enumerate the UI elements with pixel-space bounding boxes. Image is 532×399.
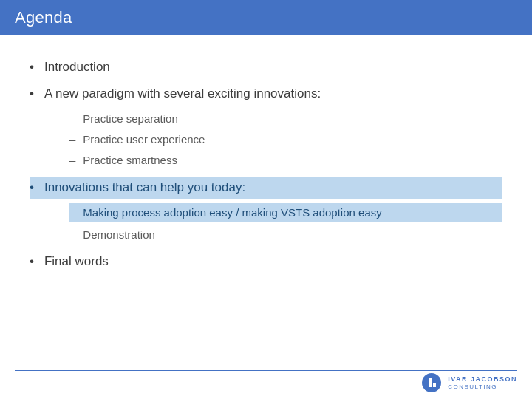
bullet-introduction: • Introduction — [30, 58, 502, 77]
sub-items-paradigm: – Practice separation – Practice user ex… — [69, 110, 502, 169]
sub-items-innovations: – Making process adoption easy / making … — [69, 203, 502, 245]
bullet-text-innovations: Innovations that can help you today: — [44, 178, 245, 197]
sub-item-demonstration: – Demonstration — [69, 225, 502, 245]
bullet-final-words: • Final words — [30, 252, 502, 271]
bullet-dot-4: • — [30, 252, 34, 271]
bullet-dot-1: • — [30, 58, 34, 77]
logo-icon — [421, 372, 442, 393]
slide-content: • Introduction • A new paradigm with sev… — [0, 35, 532, 293]
sub-text-practice-smartness: Practice smartness — [83, 151, 177, 169]
bullet-text-introduction: Introduction — [44, 58, 110, 77]
bottom-bar — [15, 370, 517, 371]
sub-item-practice-user-experience: – Practice user experience — [69, 131, 502, 149]
slide-header: Agenda — [0, 0, 532, 35]
sub-item-making-process: – Making process adoption easy / making … — [69, 203, 502, 222]
sub-dash-3: – — [69, 151, 75, 169]
svg-rect-1 — [429, 378, 432, 387]
sub-text-practice-separation: Practice separation — [83, 110, 177, 128]
sub-dash-5: – — [69, 226, 75, 244]
sub-dash-1: – — [69, 110, 75, 128]
logo-main-text: IVAR JACOBSON — [448, 375, 517, 383]
bullet-dot-2: • — [30, 84, 34, 103]
sub-text-practice-user-experience: Practice user experience — [83, 131, 205, 149]
sub-dash-2: – — [69, 131, 75, 149]
sub-text-demonstration: Demonstration — [83, 226, 155, 244]
sub-item-practice-smartness: – Practice smartness — [69, 151, 502, 169]
logo-sub-text: CONSULTING — [448, 383, 497, 391]
bullet-paradigm: • A new paradigm with several exciting i… — [30, 84, 502, 103]
svg-rect-2 — [433, 383, 436, 387]
bullet-text-final-words: Final words — [44, 252, 109, 271]
logo-text: IVAR JACOBSON CONSULTING — [448, 375, 517, 390]
logo-area: IVAR JACOBSON CONSULTING — [421, 372, 517, 393]
slide-title: Agenda — [15, 8, 72, 27]
bullet-text-paradigm: A new paradigm with several exciting inn… — [44, 84, 321, 103]
slide: Agenda • Introduction • A new paradigm w… — [0, 0, 532, 399]
bullet-dot-3: • — [30, 178, 34, 197]
sub-text-making-process: Making process adoption easy / making VS… — [83, 204, 381, 222]
bullet-innovations: • Innovations that can help you today: — [30, 177, 502, 199]
sub-dash-4: – — [69, 204, 75, 222]
sub-item-practice-separation: – Practice separation — [69, 110, 502, 128]
